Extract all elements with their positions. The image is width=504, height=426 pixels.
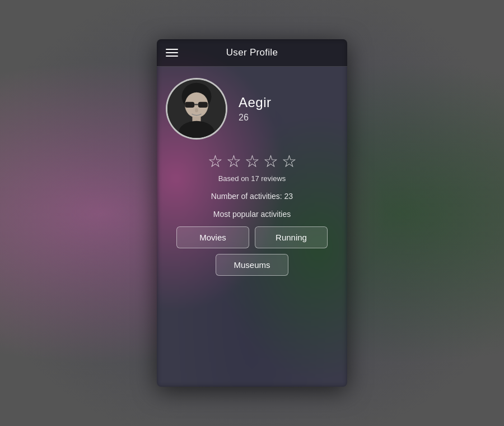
activity-button-movies[interactable]: Movies — [176, 226, 249, 248]
activity-button-running[interactable]: Running — [255, 226, 328, 248]
popular-activities-label: Most popular activities — [213, 210, 291, 219]
menu-button[interactable] — [166, 49, 178, 57]
profile-info: Aegir 26 — [239, 95, 272, 123]
star-2: ☆ — [226, 153, 241, 170]
phone-content: User Profile — [157, 39, 347, 387]
profile-name: Aegir — [239, 95, 272, 110]
profile-body: Aegir 26 ☆ ☆ ☆ ☆ ☆ Based on 17 reviews — [157, 67, 347, 387]
activity-button-museums[interactable]: Museums — [216, 254, 288, 276]
profile-top-section: Aegir 26 — [166, 78, 338, 140]
avatar — [166, 78, 227, 140]
phone-frame: User Profile — [157, 39, 347, 387]
stars-section: ☆ ☆ ☆ ☆ ☆ Based on 17 reviews — [208, 153, 297, 183]
reviews-text: Based on 17 reviews — [218, 174, 286, 183]
svg-rect-3 — [185, 102, 194, 108]
activities-count: Number of activities: 23 — [211, 192, 293, 201]
header: User Profile — [157, 39, 347, 67]
activities-row-1: Movies Running — [166, 226, 338, 248]
star-5: ☆ — [282, 153, 297, 170]
activities-row-2: Museums — [166, 254, 338, 276]
star-3: ☆ — [245, 153, 260, 170]
page-title: User Profile — [226, 47, 278, 58]
profile-age: 26 — [239, 113, 272, 123]
star-1: ☆ — [208, 153, 223, 170]
activities-grid: Movies Running Museums — [166, 226, 338, 276]
svg-point-6 — [195, 108, 198, 113]
svg-rect-4 — [198, 102, 208, 108]
outer-background: User Profile — [0, 0, 504, 426]
star-4: ☆ — [263, 153, 278, 170]
stars-row: ☆ ☆ ☆ ☆ ☆ — [208, 153, 297, 170]
